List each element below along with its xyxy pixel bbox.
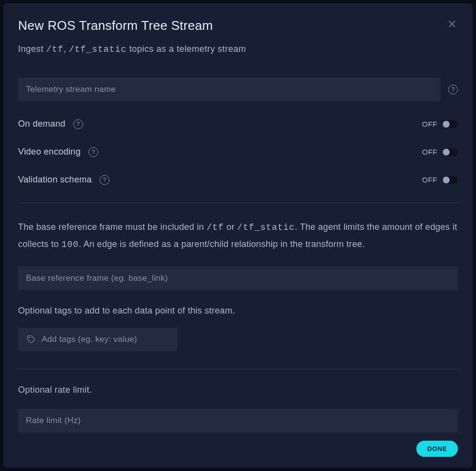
modal-header: New ROS Transform Tree Stream xyxy=(18,18,458,33)
tag-icon xyxy=(27,335,36,344)
modal-title: New ROS Transform Tree Stream xyxy=(18,18,213,33)
validation-schema-label: Validation schema xyxy=(18,175,92,185)
on-demand-row: On demand ? OFF xyxy=(18,119,458,129)
stream-name-row: ? xyxy=(18,78,458,101)
close-icon xyxy=(448,20,456,28)
on-demand-toggle[interactable] xyxy=(442,120,458,128)
tags-input[interactable] xyxy=(42,335,169,344)
help-icon[interactable]: ? xyxy=(88,147,98,157)
stream-name-input[interactable] xyxy=(18,78,440,101)
validation-schema-row: Validation schema ? OFF xyxy=(18,175,458,185)
divider xyxy=(18,202,458,203)
new-stream-modal: New ROS Transform Tree Stream Ingest /tf… xyxy=(3,3,473,468)
rate-limit-input[interactable] xyxy=(18,409,458,432)
done-button[interactable]: DONE xyxy=(416,441,458,457)
help-icon[interactable]: ? xyxy=(100,175,109,185)
divider xyxy=(18,369,458,369)
help-icon[interactable]: ? xyxy=(73,119,83,129)
video-encoding-label: Video encoding xyxy=(18,147,81,157)
video-encoding-toggle[interactable] xyxy=(442,148,458,156)
svg-point-2 xyxy=(29,337,30,338)
base-frame-description: The base reference frame must be include… xyxy=(18,219,458,253)
base-reference-frame-input[interactable] xyxy=(18,267,458,290)
rate-limit-label: Optional rate limit. xyxy=(18,385,458,395)
on-demand-label: On demand xyxy=(18,119,65,129)
close-button[interactable] xyxy=(446,18,458,30)
tags-field[interactable] xyxy=(18,328,177,351)
tags-label: Optional tags to add to each data point … xyxy=(18,306,458,316)
validation-schema-toggle[interactable] xyxy=(442,176,458,184)
video-encoding-state: OFF xyxy=(422,148,438,156)
validation-schema-state: OFF xyxy=(422,176,438,184)
on-demand-state: OFF xyxy=(422,120,438,128)
video-encoding-row: Video encoding ? OFF xyxy=(18,147,458,157)
modal-subtitle: Ingest /tf, /tf_static topics as a telem… xyxy=(18,44,458,54)
help-icon[interactable]: ? xyxy=(448,85,458,94)
